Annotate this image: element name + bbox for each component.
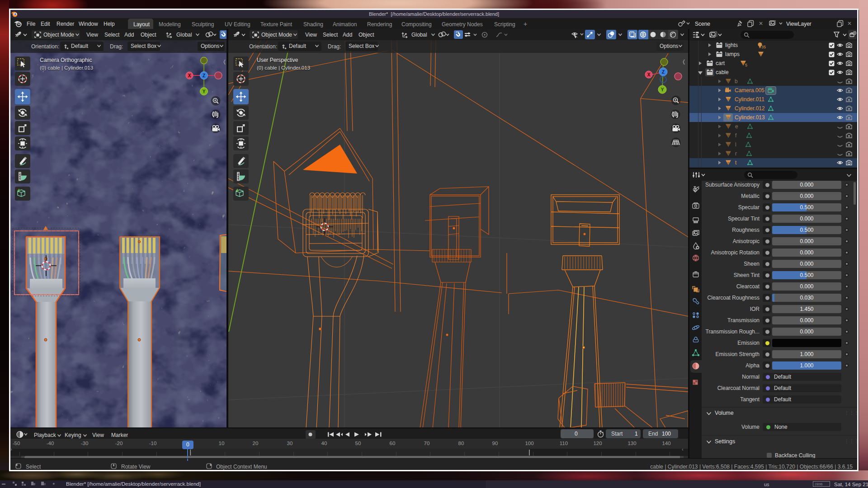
svg-text:Y: Y	[203, 89, 206, 94]
svg-text:X: X	[188, 73, 191, 78]
svg-text:Y: Y	[661, 87, 664, 92]
svg-text:X: X	[647, 72, 651, 77]
svg-text:Z: Z	[203, 73, 205, 78]
svg-text:Z: Z	[662, 70, 665, 75]
